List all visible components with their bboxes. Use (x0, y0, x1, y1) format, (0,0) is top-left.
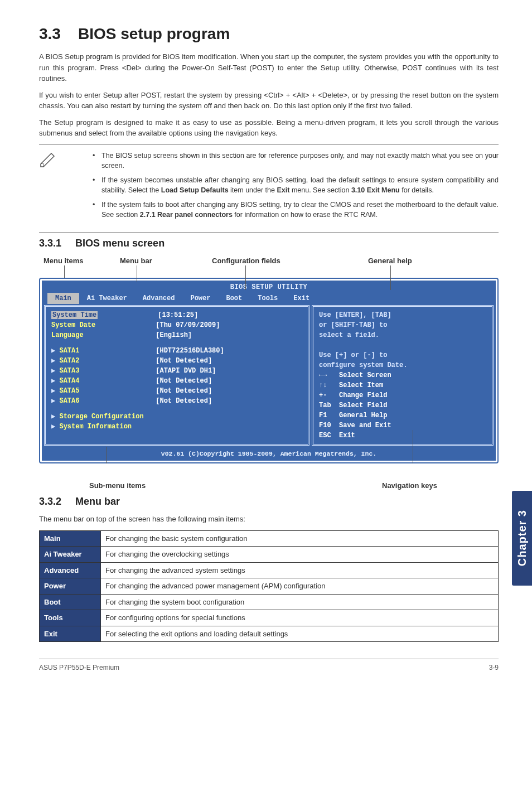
bios-menu-exit: Exit (286, 293, 317, 304)
table-row: Power For changing the advanced power ma… (40, 578, 499, 595)
note-box: The BIOS setup screens shown in this sec… (39, 149, 499, 225)
footer-right: 3-9 (489, 663, 499, 673)
bios-screenshot: BIOS SETUP UTILITY Main Ai Tweaker Advan… (39, 278, 499, 463)
table-head-cell: Main (40, 530, 101, 547)
paragraph-3: The Setup program is designed to make it… (39, 117, 499, 139)
bios-help-line: Use [+] or [-] to (319, 350, 486, 360)
note-bullet-3: If the system fails to boot after changi… (89, 200, 499, 220)
table-head-cell: Advanced (40, 562, 101, 578)
annot-menu-items: Menu items (43, 255, 84, 267)
bios-menu-tools: Tools (250, 293, 286, 304)
bios-item-system-information: ▶ System Information (51, 422, 302, 432)
annot-general-help: General help (368, 255, 412, 267)
bios-item-sata6: ▶ SATA6 [Not Detected] (51, 396, 302, 406)
paragraph-1: A BIOS Setup program is provided for BIO… (39, 51, 499, 84)
bios-menu-advanced: Advanced (135, 293, 183, 304)
table-head-cell: Tools (40, 610, 101, 626)
bios-nav-key-line: Tab Select Field (319, 400, 486, 410)
table-desc-cell: For configuring options for special func… (101, 610, 499, 626)
note-bullet-2: If the system becomes unstable after cha… (89, 175, 499, 195)
bios-item-sata5: ▶ SATA5 [Not Detected] (51, 386, 302, 396)
bios-item-sata1: ▶ SATA1 [HDT722516DLA380] (51, 346, 302, 356)
table-head-cell: Ai Tweaker (40, 547, 101, 563)
pencil-note-icon (39, 152, 61, 167)
menubar-table: Main For changing the basic system confi… (39, 530, 499, 642)
annot-navigation-keys: Navigation keys (382, 480, 437, 491)
subsection-3-3-1: 3.3.1 BIOS menu screen (39, 236, 499, 251)
table-row: Tools For configuring options for specia… (40, 610, 499, 626)
bios-item-language: Language [English] (51, 330, 302, 340)
table-desc-cell: For changing the advanced system setting… (101, 562, 499, 578)
bios-help-line: select a field. (319, 330, 486, 340)
chapter-side-tab: Chapter 3 (512, 491, 532, 586)
annot-sub-menu-items: Sub-menu items (89, 480, 146, 491)
bios-help-line: Use [ENTER], [TAB] (319, 310, 486, 320)
annot-config-fields: Configuration fields (212, 255, 280, 267)
footer-left: ASUS P7P55D-E Premium (39, 663, 119, 673)
bios-menu-ai-tweaker: Ai Tweaker (79, 293, 135, 304)
table-row: Advanced For changing the advanced syste… (40, 562, 499, 578)
table-desc-cell: For changing the advanced power manageme… (101, 578, 499, 595)
bios-help-line: configure system Date. (319, 360, 486, 370)
menubar-intro-text: The menu bar on top of the screen has th… (39, 514, 499, 525)
diagram-annotations-bottom (39, 463, 499, 477)
bios-right-pane: Use [ENTER], [TAB]or [SHIFT-TAB] toselec… (312, 305, 494, 446)
note-bullet-1: The BIOS setup screens shown in this sec… (89, 151, 499, 171)
table-row: Main For changing the basic system confi… (40, 530, 499, 547)
bios-menu-boot: Boot (218, 293, 250, 304)
section-number: 3.3 (39, 25, 61, 42)
bios-nav-key-line: ↑↓ Select Item (319, 380, 486, 390)
svg-line-0 (51, 153, 54, 156)
bios-item-storage-configuration: ▶ Storage Configuration (51, 412, 302, 422)
table-row: Ai Tweaker For changing the overclocking… (40, 547, 499, 563)
section-heading: 3.3 BIOS setup program (39, 22, 499, 46)
bios-footer: v02.61 (C)Copyright 1985-2009, American … (42, 447, 496, 460)
bios-menu-power: Power (182, 293, 218, 304)
page-footer: ASUS P7P55D-E Premium 3-9 (39, 659, 499, 673)
table-desc-cell: For changing the basic system configurat… (101, 530, 499, 547)
bios-item-sata4: ▶ SATA4 [Not Detected] (51, 376, 302, 386)
bios-item-sata2: ▶ SATA2 [Not Detected] (51, 356, 302, 366)
table-head-cell: Exit (40, 626, 101, 642)
table-row: Boot For changing the system boot config… (40, 594, 499, 610)
bios-nav-key-line: ←→ Select Screen (319, 370, 486, 380)
bios-menubar: Main Ai Tweaker Advanced Power Boot Tool… (42, 293, 496, 305)
annot-menu-bar: Menu bar (120, 255, 152, 267)
table-desc-cell: For changing the system boot configurati… (101, 594, 499, 610)
bios-item-sata3: ▶ SATA3 [ATAPI DVD DH1] (51, 366, 302, 376)
table-desc-cell: For changing the overclocking settings (101, 547, 499, 563)
bios-title: BIOS SETUP UTILITY (42, 281, 496, 293)
bios-left-pane: System Time [13:51:25]System Date [Thu 0… (44, 305, 309, 446)
table-desc-cell: For selecting the exit options and loadi… (101, 626, 499, 642)
table-row: Exit For selecting the exit options and … (40, 626, 499, 642)
bios-nav-key-line: +- Change Field (319, 390, 486, 400)
subsection-3-3-2: 3.3.2 Menu bar (39, 494, 499, 509)
bios-nav-key-line: F1 General Help (319, 410, 486, 421)
section-title-text: BIOS setup program (78, 25, 230, 42)
bios-nav-key-line: ESC Exit (319, 431, 486, 441)
bios-menu-main: Main (47, 293, 79, 304)
table-head-cell: Boot (40, 594, 101, 610)
bios-nav-key-line: F10 Save and Exit (319, 421, 486, 431)
diagram-annotations-top: Menu items Menu bar Configuration fields… (39, 255, 499, 278)
bios-item-system-date: System Date [Thu 07/09/2009] (51, 320, 302, 330)
table-head-cell: Power (40, 578, 101, 595)
bios-help-line (319, 340, 486, 350)
bios-item-system-time: System Time [13:51:25] (51, 310, 302, 320)
bios-help-line: or [SHIFT-TAB] to (319, 320, 486, 330)
paragraph-2: If you wish to enter Setup after POST, r… (39, 90, 499, 112)
